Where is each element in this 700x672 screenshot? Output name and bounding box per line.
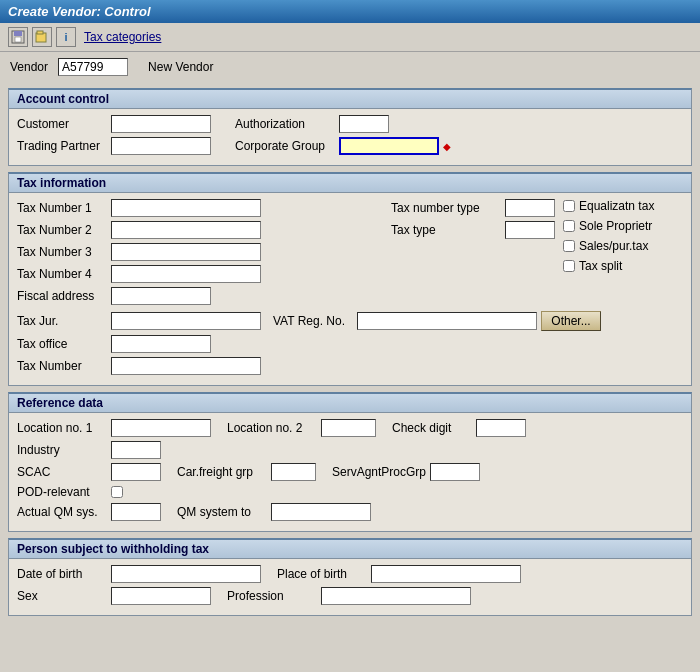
serv-agnt-input[interactable] — [430, 463, 480, 481]
sole-proprietr-checkbox[interactable] — [563, 220, 575, 232]
sole-proprietr-label: Sole Proprietr — [579, 219, 652, 233]
sex-label: Sex — [17, 589, 107, 603]
pod-relevant-label: POD-relevant — [17, 485, 107, 499]
reference-data-body: Location no. 1 Location no. 2 Check digi… — [9, 413, 691, 531]
tax-number-type-row: Tax number type — [391, 199, 555, 217]
scac-row: SCAC Car.freight grp ServAgntProcGrp — [17, 463, 683, 481]
tax-categories-link[interactable]: Tax categories — [84, 30, 161, 44]
tax-number1-label: Tax Number 1 — [17, 201, 107, 215]
actual-qm-label: Actual QM sys. — [17, 505, 107, 519]
withholding-title: Person subject to withholding tax — [9, 540, 691, 559]
tax-number1-row: Tax Number 1 — [17, 199, 383, 217]
industry-row: Industry — [17, 441, 683, 459]
tax-number2-label: Tax Number 2 — [17, 223, 107, 237]
account-control-title: Account control — [9, 90, 691, 109]
date-birth-input[interactable] — [111, 565, 261, 583]
industry-input[interactable] — [111, 441, 161, 459]
trading-partner-row: Trading Partner Corporate Group ◆ — [17, 137, 683, 155]
authorization-input[interactable] — [339, 115, 389, 133]
check-digit-label: Check digit — [392, 421, 472, 435]
profession-input[interactable] — [321, 587, 471, 605]
tax-number-label: Tax Number — [17, 359, 107, 373]
tax-number-type-input[interactable] — [505, 199, 555, 217]
open-icon[interactable] — [32, 27, 52, 47]
tax-information-body: Tax Number 1 Tax Number 2 Tax Number 3 T… — [9, 193, 691, 385]
tax-number3-input[interactable] — [111, 243, 261, 261]
other-button[interactable]: Other... — [541, 311, 601, 331]
corporate-group-input[interactable] — [339, 137, 439, 155]
tax-information-title: Tax information — [9, 174, 691, 193]
car-freight-label: Car.freight grp — [177, 465, 267, 479]
tax-type-col: Tax number type Tax type — [391, 199, 555, 309]
title-bar: Create Vendor: Control — [0, 0, 700, 23]
required-indicator: ◆ — [443, 141, 451, 152]
save-icon[interactable] — [8, 27, 28, 47]
sex-input[interactable] — [111, 587, 211, 605]
qm-system-to-input[interactable] — [271, 503, 371, 521]
vendor-description: New Vendor — [148, 60, 213, 74]
location2-input[interactable] — [321, 419, 376, 437]
tax-number2-input[interactable] — [111, 221, 261, 239]
main-content: Account control Customer Authorization T… — [0, 82, 700, 622]
tax-number4-row: Tax Number 4 — [17, 265, 383, 283]
tax-information-section: Tax information Tax Number 1 Tax Number … — [8, 172, 692, 386]
pod-relevant-row: POD-relevant — [17, 485, 683, 499]
location2-label: Location no. 2 — [227, 421, 317, 435]
place-birth-input[interactable] — [371, 565, 521, 583]
vat-reg-label: VAT Reg. No. — [273, 314, 353, 328]
vat-reg-input[interactable] — [357, 312, 537, 330]
trading-partner-label: Trading Partner — [17, 139, 107, 153]
customer-row: Customer Authorization — [17, 115, 683, 133]
tax-type-row: Tax type — [391, 221, 555, 239]
tax-checkboxes-col: Equalizatn tax Sole Proprietr Sales/pur.… — [563, 199, 683, 309]
account-control-body: Customer Authorization Trading Partner C… — [9, 109, 691, 165]
customer-input[interactable] — [111, 115, 211, 133]
date-birth-row: Date of birth Place of birth — [17, 565, 683, 583]
vendor-header: Vendor A57799 New Vendor — [0, 52, 700, 82]
sales-pur-tax-row: Sales/pur.tax — [563, 239, 683, 253]
tax-office-input[interactable] — [111, 335, 211, 353]
profession-label: Profession — [227, 589, 317, 603]
tax-number3-row: Tax Number 3 — [17, 243, 383, 261]
equalizatn-tax-checkbox[interactable] — [563, 200, 575, 212]
svg-rect-2 — [15, 37, 21, 42]
tax-split-checkbox[interactable] — [563, 260, 575, 272]
location1-input[interactable] — [111, 419, 211, 437]
vendor-id[interactable]: A57799 — [58, 58, 128, 76]
info-icon[interactable]: i — [56, 27, 76, 47]
location1-label: Location no. 1 — [17, 421, 107, 435]
toolbar: i Tax categories — [0, 23, 700, 52]
svg-rect-4 — [37, 31, 43, 34]
tax-number-input[interactable] — [111, 357, 261, 375]
sales-pur-tax-checkbox[interactable] — [563, 240, 575, 252]
title-text: Create Vendor: Control — [8, 4, 151, 19]
car-freight-input[interactable] — [271, 463, 316, 481]
withholding-body: Date of birth Place of birth Sex Profess… — [9, 559, 691, 615]
tax-jur-label: Tax Jur. — [17, 314, 107, 328]
tax-office-label: Tax office — [17, 337, 107, 351]
tax-jur-input[interactable] — [111, 312, 261, 330]
authorization-label: Authorization — [235, 117, 335, 131]
tax-number1-input[interactable] — [111, 199, 261, 217]
sales-pur-tax-label: Sales/pur.tax — [579, 239, 648, 253]
trading-partner-input[interactable] — [111, 137, 211, 155]
tax-office-row: Tax office — [17, 335, 683, 353]
equalizatn-tax-label: Equalizatn tax — [579, 199, 654, 213]
corporate-group-label: Corporate Group — [235, 139, 335, 153]
tax-number-type-label: Tax number type — [391, 201, 501, 215]
tax-number4-input[interactable] — [111, 265, 261, 283]
reference-data-section: Reference data Location no. 1 Location n… — [8, 392, 692, 532]
tax-type-input[interactable] — [505, 221, 555, 239]
date-birth-label: Date of birth — [17, 567, 107, 581]
tax-number3-label: Tax Number 3 — [17, 245, 107, 259]
scac-label: SCAC — [17, 465, 107, 479]
tax-jur-row: Tax Jur. VAT Reg. No. Other... — [17, 311, 683, 331]
location1-row: Location no. 1 Location no. 2 Check digi… — [17, 419, 683, 437]
actual-qm-input[interactable] — [111, 503, 161, 521]
pod-relevant-checkbox[interactable] — [111, 486, 123, 498]
fiscal-address-row: Fiscal address — [17, 287, 383, 305]
fiscal-address-input[interactable] — [111, 287, 211, 305]
tax-numbers-col: Tax Number 1 Tax Number 2 Tax Number 3 T… — [17, 199, 383, 309]
scac-input[interactable] — [111, 463, 161, 481]
check-digit-input[interactable] — [476, 419, 526, 437]
